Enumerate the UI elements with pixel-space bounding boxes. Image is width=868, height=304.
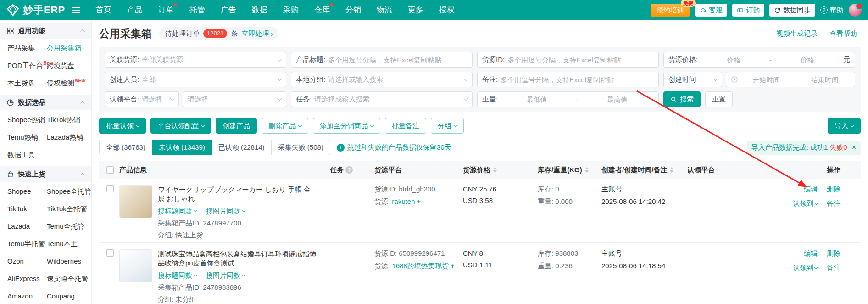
nav-item-more[interactable]: 更多 [400,0,431,20]
retention-tip-link[interactable]: i 跳过和失败的产品数据仅保留30天 [337,143,451,152]
sidebar-item-local-pallet[interactable]: 本土货盘 [7,74,47,92]
filter-note[interactable]: 备注: [477,72,659,87]
tab-claimed[interactable]: 已认领 (22814) [211,140,272,155]
select-all-checkbox[interactable] [106,166,114,174]
sidebar-item-lazada[interactable]: Lazada [7,218,47,235]
sidebar-item-ozon[interactable]: Ozon [7,253,47,270]
edit-link[interactable]: 编辑 [804,185,818,194]
sidebar-item-data-tools[interactable]: 数据工具 [7,146,47,163]
note-link[interactable]: 备注 [827,264,840,272]
delete-link[interactable]: 删除 [827,249,840,258]
sidebar-item-tiktok-hot[interactable]: TikTok热销 [47,111,91,129]
sidebar-item-lazada-hot[interactable]: Lazada热销 [47,129,91,146]
note-input[interactable] [501,76,654,84]
platform-claim-config-button[interactable]: 平台认领配置 [150,118,211,134]
sidebar-item-temu-semi[interactable]: Temu半托管 [7,235,47,253]
sidebar-item-shopee-full[interactable]: Shopee全托管 [47,183,91,200]
sort-icon[interactable] [670,167,673,173]
nav-item-distribution[interactable]: 分销 [338,0,369,20]
filter-creator-select[interactable]: 创建人员: 全部 [105,72,286,87]
sidebar-item-tiktok[interactable]: TikTok [7,200,47,218]
source-link[interactable]: 1688跨境热卖现货 [392,262,448,270]
product-title[interactable]: 测试珠宝饰品盒高档包装盒结婚耳钉耳环项链戒指饰品收纳盒pu皮首饰盒测试 [158,249,316,268]
user-avatar[interactable] [849,4,862,17]
sidebar-item-wildberries[interactable]: Wildberries [47,253,91,270]
sidebar-item-shopee-hot[interactable]: Shopee热销 [7,111,47,129]
sidebar-section-quick-listing[interactable]: 快速上货 [0,166,91,182]
sidebar-item-crossborder-pallet[interactable]: 跨境货盘 [47,57,91,74]
edit-link[interactable]: 编辑 [804,249,818,258]
sidebar-item-temu-local[interactable]: Temu本土 [47,235,91,253]
product-image[interactable] [119,249,152,282]
tab-failed[interactable]: 采集失败 (508) [271,140,330,155]
filter-source-id[interactable]: 货源ID: [477,52,659,68]
weight-min-input[interactable] [501,96,573,103]
sidebar-item-smt-full[interactable]: 速卖通全托管 [47,270,91,287]
tab-unclaimed[interactable]: 未认领 (13439) [152,140,212,155]
filter-task-select[interactable]: 任务: 请选择或输入搜索 [291,91,473,107]
claim-to-link[interactable]: 认领到 [793,199,818,208]
sidebar-item-amazon[interactable]: Amazon [7,287,47,304]
start-time-input[interactable] [741,76,792,84]
row-checkbox[interactable] [106,185,114,192]
reset-button[interactable]: 重置 [705,91,733,107]
product-title-input[interactable] [328,56,467,64]
nav-item-warehouse[interactable]: 仓库 [306,0,338,20]
import-button[interactable]: 导入 [828,118,861,134]
training-button[interactable]: 预约培训 免费 [651,4,690,17]
batch-claim-button[interactable]: 批量认领 [99,118,146,134]
filter-claim-platform-select-2[interactable]: 请选择 [183,91,286,107]
data-sync-button[interactable]: 数据同步 [769,4,815,17]
delete-product-button[interactable]: 删除产品 [262,118,308,134]
filter-associated-source-select[interactable]: 关联货源: 全部关联货源 [105,52,286,68]
sidebar-item-shopee[interactable]: Shopee [7,183,47,200]
search-same-image-link[interactable]: 搜图片同款 [206,271,245,280]
close-icon[interactable]: × [852,144,856,151]
filter-claim-platform-select[interactable]: 认领平台: 请选择 [105,91,179,107]
sidebar-item-temu-hot[interactable]: Temu热销 [7,129,47,146]
purchase-button[interactable]: 订购 [732,4,764,17]
nav-item-data[interactable]: 数据 [244,0,275,20]
weight-max-input[interactable] [581,96,654,103]
nav-item-hosting[interactable]: 托管 [182,0,213,20]
source-id-input[interactable] [507,56,654,64]
claim-to-link[interactable]: 认领到 [793,264,818,272]
end-time-input[interactable] [800,76,851,84]
filter-product-title[interactable]: 产品标题: [291,52,473,68]
sidebar-item-infringement-detection[interactable]: 侵权检测NEW [47,74,91,92]
search-button[interactable]: 搜索 [663,91,701,107]
add-to-distribution-button[interactable]: 添加至分销商品 [313,118,380,134]
delete-link[interactable]: 删除 [827,185,840,194]
sidebar-section-general[interactable]: 通用功能 [0,23,91,39]
nav-item-home[interactable]: 首页 [88,0,119,20]
task-help-icon[interactable]: ? [345,166,353,174]
view-help-link[interactable]: 查看帮助 [829,29,857,38]
add-icon[interactable]: + [451,262,455,270]
help-button[interactable]: ? 帮助 [820,6,844,15]
note-link[interactable]: 备注 [827,199,840,208]
search-same-title-link[interactable]: 搜标题同款 [158,207,197,216]
filter-date-range-picker[interactable]: - [726,72,855,87]
nav-item-ads[interactable]: 广告 [213,0,244,20]
sidebar-item-aliexpress[interactable]: AliExpress [7,270,47,287]
tab-all[interactable]: 全部 (36763) [99,140,152,155]
nav-item-purchasing[interactable]: 采购 [275,0,306,20]
sidebar-item-temu-full[interactable]: Temu全托管 [47,218,91,235]
nav-item-products[interactable]: 产品 [119,0,150,20]
create-product-button[interactable]: 创建产品 [216,118,257,134]
process-now-link[interactable]: 立即处理 [241,29,273,38]
sort-icon[interactable] [493,167,497,173]
product-title[interactable]: ワイヤークリップブックマーカー しおり 手帳 金属 おしゃれ [158,185,316,204]
search-same-title-link[interactable]: 搜标题同款 [158,271,197,280]
nav-item-logistics[interactable]: 物流 [369,0,400,20]
row-checkbox[interactable] [106,249,114,257]
customer-service-button[interactable]: 客服 [695,4,727,17]
sidebar-item-public-collection-box[interactable]: 公用采集箱 [47,39,91,57]
search-same-image-link[interactable]: 搜图片同款 [206,207,245,216]
group-button[interactable]: 分组 [431,118,464,134]
filter-weight-range[interactable]: 重量: - [477,91,659,107]
sidebar-item-pod-workbench[interactable]: POD工作台Beta [7,57,47,74]
product-image[interactable] [119,185,152,218]
filter-price-range[interactable]: 货源价格: - 元 [663,52,855,68]
filter-local-group-select[interactable]: 本地分组: 请选择或输入搜索 [291,72,473,87]
